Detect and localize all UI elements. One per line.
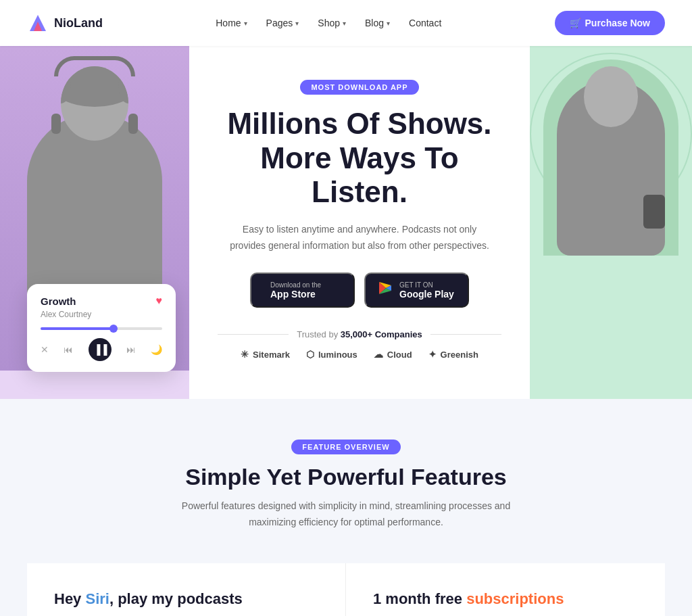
hero-right-panel	[530, 46, 692, 399]
feature-card-title-2: 1 month free subscriptions	[373, 590, 638, 608]
features-title: Simple Yet Powerful Features	[27, 464, 665, 490]
hero-center: MOST DOWNLOAD APP Millions Of Shows. Mor…	[197, 46, 522, 385]
google-play-button[interactable]: GET IT ON Google Play	[364, 273, 469, 308]
hero-section: Growth ♥ Alex Courtney ✕ ⏮ ▐▐ ⏭ 🌙 MOST D…	[0, 46, 692, 399]
chevron-down-icon: ▾	[295, 20, 299, 27]
hero-badge: MOST DOWNLOAD APP	[300, 80, 418, 95]
brand-sitemark: ✳ Sitemark	[241, 349, 290, 360]
pause-icon: ▐▐	[94, 344, 107, 355]
features-subtitle: Powerful features designed with simplici…	[177, 498, 515, 531]
features-grid: Hey Siri, play my podcasts Just ask your…	[27, 563, 665, 616]
chevron-down-icon: ▾	[244, 20, 247, 27]
trusted-section: Trusted by 35,000+ Companies ✳ Sitemark …	[218, 329, 501, 360]
next-button[interactable]: ⏭	[126, 344, 136, 355]
music-controls: ✕ ⏮ ▐▐ ⏭ 🌙	[41, 338, 162, 361]
progress-bar[interactable]	[41, 327, 162, 330]
cart-icon: 🛒	[570, 18, 581, 28]
chevron-down-icon: ▾	[387, 20, 390, 27]
nav-shop[interactable]: Shop ▾	[318, 18, 346, 28]
brand-luminous: ⬡ luminous	[306, 349, 357, 360]
brand-logos: ✳ Sitemark ⬡ luminous ☁ Cloud ✦ Greenish	[218, 349, 501, 360]
logo-text: NioLand	[54, 16, 103, 30]
chevron-down-icon: ▾	[343, 20, 346, 27]
nav-pages[interactable]: Pages ▾	[266, 18, 299, 28]
sitemark-icon: ✳	[241, 349, 249, 360]
nav-contact[interactable]: Contact	[409, 18, 441, 28]
hero-left-panel: Growth ♥ Alex Courtney ✕ ⏮ ▐▐ ⏭ 🌙	[0, 46, 189, 399]
play-button[interactable]: ▐▐	[89, 338, 112, 361]
greenish-icon: ✦	[428, 349, 437, 360]
shuffle-button[interactable]: ✕	[41, 344, 49, 355]
hero-subtitle: Easy to listen anytime and anywhere. Pod…	[224, 222, 495, 254]
music-card: Growth ♥ Alex Courtney ✕ ⏮ ▐▐ ⏭ 🌙	[27, 284, 176, 372]
brand-cloud: ☁ Cloud	[374, 349, 412, 360]
trusted-text: Trusted by 35,000+ Companies	[297, 329, 422, 339]
logo-icon	[27, 12, 49, 34]
purchase-button[interactable]: 🛒 Purchase Now	[555, 11, 665, 35]
heart-icon: ♥	[156, 295, 163, 307]
feature-badge: FEATURE OVERVIEW	[291, 440, 400, 454]
brand-greenish: ✦ Greenish	[428, 349, 478, 360]
logo[interactable]: NioLand	[27, 12, 103, 34]
features-header: FEATURE OVERVIEW Simple Yet Powerful Fea…	[27, 440, 665, 531]
previous-button[interactable]: ⏮	[64, 344, 73, 355]
hero-title: Millions Of Shows. More Ways To Listen.	[218, 107, 501, 210]
app-store-button[interactable]: Download on the App Store	[250, 273, 355, 308]
navbar: NioLand Home ▾ Pages ▾ Shop ▾ Blog ▾ Con…	[0, 0, 692, 46]
nav-blog[interactable]: Blog ▾	[365, 18, 390, 28]
feature-card-siri: Hey Siri, play my podcasts Just ask your…	[27, 563, 346, 616]
cloud-icon: ☁	[374, 349, 383, 360]
features-section: FEATURE OVERVIEW Simple Yet Powerful Fea…	[0, 399, 692, 616]
store-buttons: Download on the App Store GET IT ON Goog…	[218, 273, 501, 308]
google-play-icon	[378, 281, 393, 300]
feature-card-title-1: Hey Siri, play my podcasts	[54, 590, 318, 608]
feature-card-subscriptions: 1 month free subscriptions Beyond hearin…	[346, 563, 665, 616]
nav-links: Home ▾ Pages ▾ Shop ▾ Blog ▾ Contact	[216, 18, 441, 28]
nav-home[interactable]: Home ▾	[216, 18, 247, 28]
luminous-icon: ⬡	[306, 349, 314, 360]
moon-icon[interactable]: 🌙	[151, 344, 162, 355]
